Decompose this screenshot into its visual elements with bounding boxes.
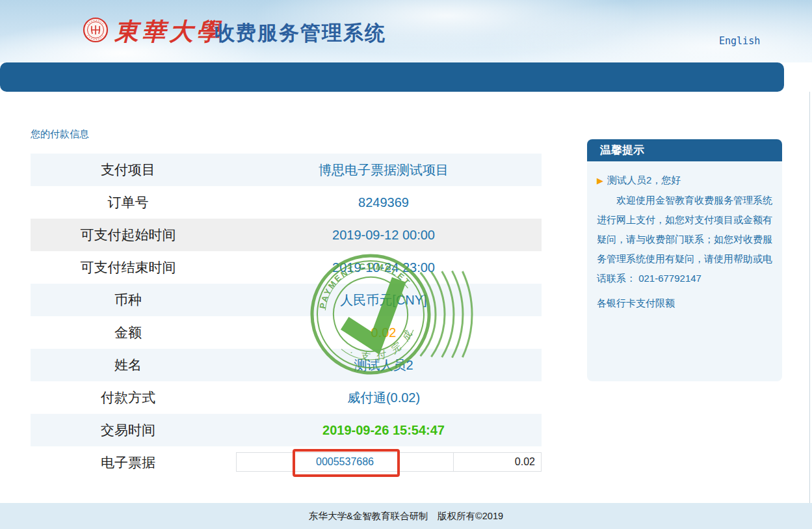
system-title: 收费服务管理系统 bbox=[215, 20, 386, 47]
row-label: 交易时间 bbox=[31, 421, 226, 439]
row-label: 付款方式 bbox=[31, 388, 226, 407]
table-row: 可支付结束时间 2019-10-24 23:00 bbox=[31, 251, 542, 284]
table-row: 支付项目 博思电子票据测试项目 bbox=[31, 154, 542, 186]
orange-arrow-icon: ▶ bbox=[597, 176, 603, 185]
user-greeting-text: 测试人员2，您好 bbox=[607, 174, 681, 187]
row-label: 可支付结束时间 bbox=[31, 258, 226, 277]
tips-message: 欢迎使用金智教育收费服务管理系统进行网上支付，如您对支付项目或金额有疑问，请与收… bbox=[597, 191, 772, 288]
e-receipt-amount: 0.02 bbox=[454, 453, 541, 471]
row-value: 0.02 bbox=[226, 325, 542, 340]
row-value: 2019-09-12 00:00 bbox=[226, 228, 542, 243]
row-label: 支付项目 bbox=[31, 161, 226, 179]
row-label: 订单号 bbox=[31, 193, 226, 211]
row-value: 8249369 bbox=[226, 195, 542, 210]
tips-sidebar-body: ▶ 测试人员2，您好 欢迎使用金智教育收费服务管理系统进行网上支付，如您对支付项… bbox=[587, 161, 782, 381]
table-row: 可支付起始时间 2019-09-12 00:00 bbox=[31, 219, 542, 251]
page: 東華大學 收费服务管理系统 English 您的付款信息 支付项目 博思电子票据… bbox=[0, 0, 812, 529]
e-receipt-number-link[interactable]: 0005537686 bbox=[237, 453, 454, 471]
bank-card-limit-link[interactable]: 各银行卡支付限额 bbox=[597, 293, 675, 313]
table-row: 姓名 测试人员2 bbox=[31, 349, 542, 381]
university-seal-icon bbox=[83, 17, 109, 43]
row-label: 金额 bbox=[31, 323, 226, 342]
row-label: 可支付起始时间 bbox=[31, 226, 226, 244]
row-value: 测试人员2 bbox=[226, 357, 542, 374]
row-label: 电子票据 bbox=[31, 454, 226, 472]
header-banner: 東華大學 收费服务管理系统 English bbox=[0, 0, 812, 62]
tips-sidebar: 温馨提示 ▶ 测试人员2，您好 欢迎使用金智教育收费服务管理系统进行网上支付，如… bbox=[587, 139, 782, 381]
english-language-link[interactable]: English bbox=[719, 35, 760, 47]
payment-table: 支付项目 博思电子票据测试项目 订单号 8249369 可支付起始时间 2019… bbox=[31, 154, 542, 479]
footer-copyright: 东华大学&金智教育联合研制 版权所有©2019 bbox=[0, 503, 812, 529]
user-greeting: ▶ 测试人员2，您好 bbox=[597, 174, 772, 187]
payment-info-section-title: 您的付款信息 bbox=[31, 128, 89, 141]
row-value: 人民币元[CNY] bbox=[226, 292, 542, 309]
university-name: 東華大學 bbox=[114, 16, 224, 48]
table-row: 币种 人民币元[CNY] bbox=[31, 284, 542, 316]
page-right-divider bbox=[809, 92, 810, 503]
row-label: 姓名 bbox=[31, 356, 226, 374]
row-value: 2019-09-26 15:54:47 bbox=[226, 423, 542, 438]
row-label: 币种 bbox=[31, 291, 226, 309]
table-row: 交易时间 2019-09-26 15:54:47 bbox=[31, 414, 542, 446]
tips-sidebar-title: 温馨提示 bbox=[587, 139, 782, 161]
table-row: 付款方式 威付通(0.02) bbox=[31, 381, 542, 414]
table-row: 金额 0.02 bbox=[31, 316, 542, 349]
e-receipt-table: 0005537686 0.02 bbox=[236, 452, 542, 472]
row-value: 2019-10-24 23:00 bbox=[226, 260, 542, 275]
row-value: 威付通(0.02) bbox=[226, 389, 542, 407]
row-value: 博思电子票据测试项目 bbox=[226, 161, 542, 179]
table-row: 订单号 8249369 bbox=[31, 186, 542, 219]
navbar bbox=[0, 62, 784, 92]
